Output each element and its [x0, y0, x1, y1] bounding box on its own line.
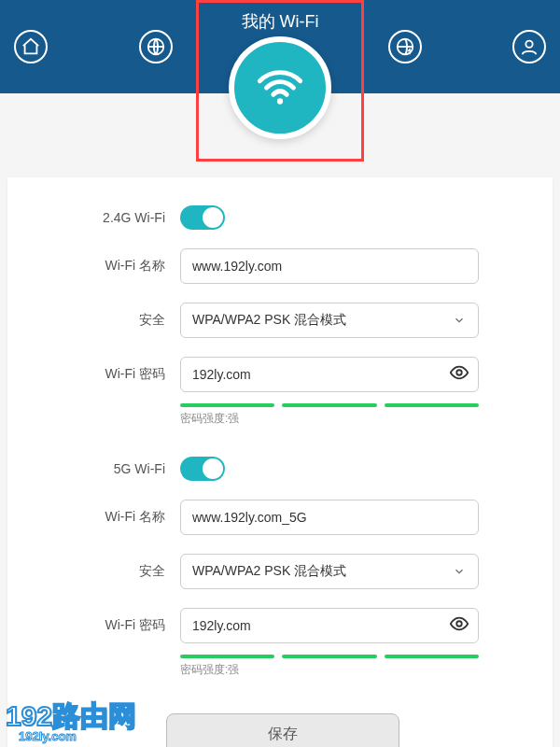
wifi5-password-input[interactable]: [180, 608, 479, 643]
globe-icon[interactable]: [139, 30, 173, 63]
globe-lightning-icon[interactable]: [388, 30, 422, 63]
wifi5-strength-bars: [180, 655, 479, 658]
active-tab-highlight: 我的 Wi-Fi: [196, 0, 364, 159]
wifi5-security-label: 安全: [87, 563, 180, 580]
wifi5-security-value: WPA/WPA2 PSK 混合模式: [192, 563, 346, 580]
user-icon[interactable]: [512, 30, 546, 63]
svg-point-2: [525, 41, 532, 48]
chevron-down-icon: [452, 565, 467, 578]
wifi5-strength-text: 密码强度:强: [180, 662, 479, 678]
wifi24-toggle-label: 2.4G Wi-Fi: [87, 210, 180, 225]
wifi24-strength-text: 密码强度:强: [180, 411, 479, 427]
svg-point-5: [456, 621, 462, 627]
app-header: 我的 Wi-Fi: [0, 0, 560, 93]
wifi24-security-value: WPA/WPA2 PSK 混合模式: [192, 312, 346, 329]
home-icon[interactable]: [14, 30, 48, 63]
wifi24-toggle[interactable]: [180, 205, 225, 230]
wifi5-password-label: Wi-Fi 密码: [87, 617, 180, 634]
wifi24-password-label: Wi-Fi 密码: [87, 366, 180, 383]
svg-point-3: [277, 98, 283, 104]
svg-point-4: [456, 370, 462, 375]
save-button[interactable]: 保存: [166, 713, 399, 747]
watermark-main: 192路由网: [6, 702, 136, 730]
wifi24-name-input[interactable]: [180, 248, 479, 284]
wifi5-name-input[interactable]: [180, 500, 479, 535]
page-title: 我的 Wi-Fi: [206, 3, 354, 36]
watermark-sub: 192ly.com: [19, 729, 77, 743]
eye-icon[interactable]: [449, 362, 469, 387]
wifi5-toggle-label: 5G Wi-Fi: [87, 461, 180, 476]
wifi5-toggle[interactable]: [180, 457, 225, 481]
wifi24-password-input[interactable]: [180, 357, 479, 392]
eye-icon[interactable]: [449, 613, 469, 638]
wifi5-name-label: Wi-Fi 名称: [87, 509, 180, 526]
settings-panel: 2.4G Wi-Fi Wi-Fi 名称 安全 WPA/WPA2 PSK 混合模式…: [7, 177, 553, 747]
wifi24-strength-bars: [180, 403, 479, 407]
wifi24-name-label: Wi-Fi 名称: [87, 258, 180, 275]
wifi5-security-select[interactable]: WPA/WPA2 PSK 混合模式: [180, 554, 479, 589]
wifi-icon[interactable]: [229, 36, 331, 139]
chevron-down-icon: [452, 314, 467, 327]
wifi24-security-label: 安全: [87, 312, 180, 329]
wifi24-security-select[interactable]: WPA/WPA2 PSK 混合模式: [180, 303, 479, 338]
